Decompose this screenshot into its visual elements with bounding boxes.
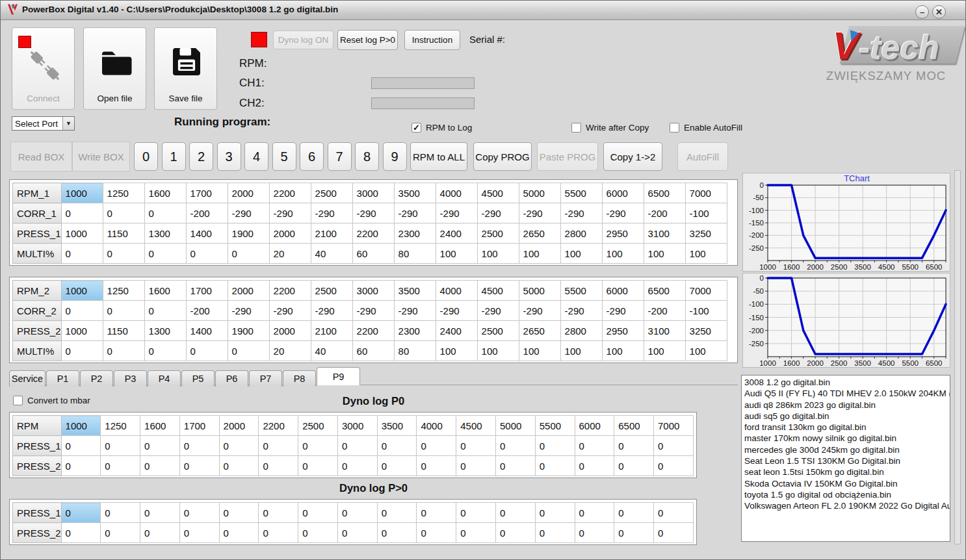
grid-cell[interactable]: 0	[575, 523, 614, 543]
grid-cell[interactable]: 2200	[269, 183, 311, 203]
grid-cell[interactable]: 0	[61, 436, 101, 456]
grid-cell[interactable]: 4500	[477, 183, 519, 203]
grid-cell[interactable]: 1000	[61, 183, 103, 203]
grid-cell[interactable]: 2200	[352, 321, 394, 341]
grid-cell[interactable]: 100	[477, 341, 519, 361]
grid-cell[interactable]: 0	[495, 503, 535, 523]
grid-cell[interactable]: 0	[535, 436, 575, 456]
grid-cell[interactable]: 0	[144, 244, 186, 264]
grid-cell[interactable]: -290	[269, 301, 311, 321]
grid-cell[interactable]: 4500	[477, 281, 519, 301]
file-item[interactable]: ford transit 130km go digital.bin	[744, 422, 947, 433]
grid-cell[interactable]: 1000	[61, 223, 103, 244]
grid-cell[interactable]: 0	[228, 244, 269, 264]
file-item[interactable]: Skoda Octavia IV 150KM Go Digital.bin	[744, 478, 947, 489]
grid-cell[interactable]: -290	[602, 203, 644, 223]
close-button[interactable]: ✕	[932, 5, 946, 19]
grid-cell[interactable]: 6500	[644, 281, 685, 301]
digit-button-8[interactable]: 8	[355, 142, 379, 171]
tab-p8[interactable]: P8	[283, 370, 316, 387]
grid-cell[interactable]: 0	[654, 503, 694, 523]
grid-cell[interactable]: 2400	[436, 321, 477, 341]
grid-cell[interactable]: -200	[186, 301, 228, 321]
grid-cell[interactable]: 1300	[144, 321, 186, 341]
grid-cell[interactable]: 0	[535, 503, 575, 523]
grid-cell[interactable]: -200	[644, 301, 685, 321]
grid-cell[interactable]: 1000	[61, 416, 101, 436]
grid-cell[interactable]: 2200	[352, 223, 394, 244]
grid-cell[interactable]: 1250	[103, 281, 144, 301]
grid-cell[interactable]: 100	[560, 244, 602, 264]
grid-cell[interactable]: 6000	[575, 416, 614, 436]
digit-button-2[interactable]: 2	[189, 142, 213, 171]
file-item[interactable]: Seat Leon 1.5 TSI 130KM Go Digital.bin	[744, 455, 947, 466]
grid-cell[interactable]: 0	[456, 503, 496, 523]
grid-cell[interactable]: -290	[352, 203, 394, 223]
grid-cell[interactable]: 0	[575, 503, 614, 523]
grid-cell[interactable]: 0	[456, 436, 496, 456]
rpm-to-log-checkbox-box[interactable]	[411, 123, 421, 133]
grid-cell[interactable]: 2500	[477, 321, 519, 341]
grid-cell[interactable]: 2000	[228, 281, 269, 301]
grid-cell[interactable]: 0	[228, 341, 269, 361]
digit-button-9[interactable]: 9	[383, 142, 407, 171]
grid-cell[interactable]: 0	[456, 523, 496, 543]
file-item[interactable]: 3008 1.2 go digital.bin	[744, 377, 947, 388]
grid-cell[interactable]: 0	[219, 503, 259, 523]
grid-cell[interactable]: 1700	[186, 281, 228, 301]
digit-button-0[interactable]: 0	[134, 142, 158, 171]
grid-cell[interactable]: 2200	[259, 416, 298, 436]
grid-cell[interactable]: 0	[144, 301, 186, 321]
grid-cell[interactable]: 100	[685, 244, 727, 264]
grid-cell[interactable]: 2500	[311, 183, 352, 203]
grid-cell[interactable]: 0	[417, 503, 456, 523]
grid-cell[interactable]: 0	[101, 436, 140, 456]
grid-cell[interactable]: 3100	[644, 321, 685, 341]
file-item[interactable]: seat leon 1.5tsi 150km go digital.bin	[744, 466, 947, 477]
grid-cell[interactable]: 0	[219, 523, 259, 543]
grid-cell[interactable]: 0	[535, 523, 575, 543]
grid-cell[interactable]: 0	[377, 456, 417, 476]
grid-cell[interactable]: 7000	[685, 281, 727, 301]
grid-cell[interactable]: 2100	[311, 223, 352, 244]
grid-cell[interactable]: 1300	[144, 223, 186, 244]
grid-cell[interactable]: -200	[644, 203, 685, 223]
grid-cell[interactable]: 6000	[602, 281, 644, 301]
grid-cell[interactable]: -290	[477, 203, 519, 223]
autofill-button[interactable]: AutoFill	[677, 142, 728, 171]
grid-cell[interactable]: 2100	[311, 321, 352, 341]
file-item[interactable]: audi q8 286km 2023 go digital.bin	[744, 400, 947, 411]
select-port-dropdown[interactable]: Select Port ▼	[12, 116, 75, 131]
grid-cell[interactable]: 6500	[644, 183, 685, 203]
grid-cell[interactable]: 5000	[495, 416, 535, 436]
grid-cell[interactable]: 2650	[519, 321, 560, 341]
grid-cell[interactable]: 2400	[436, 223, 477, 244]
grid-cell[interactable]: 80	[394, 341, 436, 361]
grid-cell[interactable]: 2500	[311, 281, 352, 301]
grid-cell[interactable]: 0	[377, 436, 417, 456]
tab-p7[interactable]: P7	[249, 370, 282, 387]
grid-cell[interactable]: 0	[101, 456, 140, 476]
grid-cell[interactable]: 7000	[654, 416, 694, 436]
grid-cell[interactable]: -200	[186, 203, 228, 223]
grid-cell[interactable]: 0	[495, 436, 535, 456]
grid-cell[interactable]: 0	[575, 436, 614, 456]
grid-cell[interactable]: 2000	[228, 183, 269, 203]
grid-cell[interactable]: 0	[614, 503, 654, 523]
copy-1-to-2-button[interactable]: Copy 1->2	[603, 142, 662, 171]
grid-cell[interactable]: 100	[644, 341, 685, 361]
grid-cell[interactable]: 60	[352, 341, 394, 361]
grid-cell[interactable]: 0	[298, 503, 338, 523]
grid-cell[interactable]: 1900	[228, 321, 269, 341]
reset-log-button[interactable]: Reset log P>0	[337, 30, 398, 50]
grid-cell[interactable]: 20	[269, 244, 311, 264]
grid-cell[interactable]: 4500	[456, 416, 496, 436]
tab-service[interactable]: Service	[9, 370, 46, 387]
grid-cell[interactable]: 60	[352, 244, 394, 264]
grid-cell[interactable]: 100	[602, 244, 644, 264]
grid-cell[interactable]: 2500	[298, 416, 338, 436]
grid-cell[interactable]: -290	[477, 301, 519, 321]
grid-cell[interactable]: 0	[377, 523, 417, 543]
grid-cell[interactable]: 0	[495, 456, 535, 476]
grid-cell[interactable]: 0	[654, 436, 694, 456]
